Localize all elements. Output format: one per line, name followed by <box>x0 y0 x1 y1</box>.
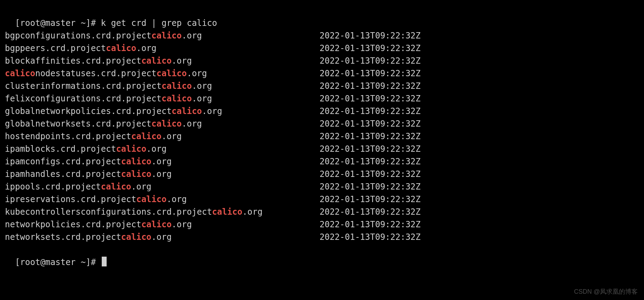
crd-name: bgppeers.crd.projectcalico.org <box>5 42 320 55</box>
crd-name: globalnetworkpolicies.crd.projectcalico.… <box>5 105 320 117</box>
grep-match: calico <box>106 43 136 53</box>
crd-timestamp: 2022-01-13T09:22:32Z <box>320 105 421 117</box>
output-row: networkpolicies.crd.projectcalico.org202… <box>5 218 639 231</box>
output-row: ipamblocks.crd.projectcalico.org2022-01-… <box>5 143 639 155</box>
crd-timestamp: 2022-01-13T09:22:32Z <box>320 143 421 155</box>
crd-timestamp: 2022-01-13T09:22:32Z <box>320 67 421 80</box>
crd-name: ipamconfigs.crd.projectcalico.org <box>5 155 320 168</box>
grep-match: calico <box>136 194 167 204</box>
grep-match: calico <box>121 232 151 242</box>
crd-timestamp: 2022-01-13T09:22:32Z <box>320 180 421 193</box>
crd-name: blockaffinities.crd.projectcalico.org <box>5 55 320 67</box>
shell-command: k get crd | grep calico <box>101 18 217 28</box>
grep-match: calico <box>162 94 192 103</box>
crd-name: kubecontrollersconfigurations.crd.projec… <box>5 206 320 218</box>
crd-name: ipamhandles.crd.projectcalico.org <box>5 168 320 180</box>
crd-name: ipamblocks.crd.projectcalico.org <box>5 143 320 155</box>
output-row: globalnetworksets.crd.projectcalico.org2… <box>5 117 639 130</box>
command-line: [root@master ~]# k get crd | grep calico <box>5 4 639 29</box>
output-row: felixconfigurations.crd.projectcalico.or… <box>5 92 639 105</box>
crd-timestamp: 2022-01-13T09:22:32Z <box>320 206 421 218</box>
crd-timestamp: 2022-01-13T09:22:32Z <box>320 155 421 168</box>
grep-match: calico <box>131 131 162 141</box>
output-row: caliconodestatuses.crd.projectcalico.org… <box>5 67 639 80</box>
crd-name: bgpconfigurations.crd.projectcalico.org <box>5 29 320 42</box>
crd-timestamp: 2022-01-13T09:22:32Z <box>320 92 421 105</box>
grep-match: calico <box>121 169 151 179</box>
output-row: bgpconfigurations.crd.projectcalico.org2… <box>5 29 639 42</box>
grep-match: calico <box>162 81 192 91</box>
crd-name: globalnetworksets.crd.projectcalico.org <box>5 117 320 130</box>
crd-timestamp: 2022-01-13T09:22:32Z <box>320 168 421 180</box>
crd-name: clusterinformations.crd.projectcalico.or… <box>5 80 320 92</box>
grep-match: calico <box>212 207 242 217</box>
crd-timestamp: 2022-01-13T09:22:32Z <box>320 42 421 55</box>
crd-name: ipreservations.crd.projectcalico.org <box>5 193 320 206</box>
output-row: ipamconfigs.crd.projectcalico.org2022-01… <box>5 155 639 168</box>
grep-match: calico <box>121 157 151 166</box>
output-row: bgppeers.crd.projectcalico.org2022-01-13… <box>5 42 639 55</box>
grep-match: calico <box>172 106 202 116</box>
grep-match: calico <box>5 69 35 78</box>
crd-name: caliconodestatuses.crd.projectcalico.org <box>5 67 320 80</box>
output-row: networksets.crd.projectcalico.org2022-01… <box>5 231 639 243</box>
grep-match: calico <box>156 69 187 78</box>
crd-timestamp: 2022-01-13T09:22:32Z <box>320 80 421 92</box>
grep-match: calico <box>151 31 182 41</box>
command-output: bgpconfigurations.crd.projectcalico.org2… <box>5 29 639 243</box>
shell-prompt: [root@master ~]# <box>15 18 101 28</box>
crd-timestamp: 2022-01-13T09:22:32Z <box>320 218 421 231</box>
grep-match: calico <box>151 119 182 129</box>
crd-name: felixconfigurations.crd.projectcalico.or… <box>5 92 320 105</box>
output-row: globalnetworkpolicies.crd.projectcalico.… <box>5 105 639 117</box>
crd-timestamp: 2022-01-13T09:22:32Z <box>320 130 421 143</box>
crd-name: networkpolicies.crd.projectcalico.org <box>5 218 320 231</box>
output-row: hostendpoints.crd.projectcalico.org2022-… <box>5 130 639 143</box>
output-row: ippools.crd.projectcalico.org2022-01-13T… <box>5 180 639 193</box>
cursor-icon <box>102 257 107 266</box>
next-prompt-line[interactable]: [root@master ~]# <box>5 243 639 269</box>
output-row: blockaffinities.crd.projectcalico.org202… <box>5 55 639 67</box>
shell-prompt: [root@master ~]# <box>15 257 101 267</box>
crd-timestamp: 2022-01-13T09:22:32Z <box>320 193 421 206</box>
grep-match: calico <box>101 182 131 192</box>
output-row: kubecontrollersconfigurations.crd.projec… <box>5 206 639 218</box>
crd-name: hostendpoints.crd.projectcalico.org <box>5 130 320 143</box>
crd-timestamp: 2022-01-13T09:22:32Z <box>320 231 421 243</box>
crd-timestamp: 2022-01-13T09:22:32Z <box>320 29 421 42</box>
crd-timestamp: 2022-01-13T09:22:32Z <box>320 117 421 130</box>
crd-name: networksets.crd.projectcalico.org <box>5 231 320 243</box>
output-row: ipreservations.crd.projectcalico.org2022… <box>5 193 639 206</box>
output-row: clusterinformations.crd.projectcalico.or… <box>5 80 639 92</box>
output-row: ipamhandles.crd.projectcalico.org2022-01… <box>5 168 639 180</box>
watermark-text: CSDN @凤求凰的博客 <box>574 287 638 297</box>
crd-name: ippools.crd.projectcalico.org <box>5 180 320 193</box>
grep-match: calico <box>141 56 172 66</box>
grep-match: calico <box>116 144 146 154</box>
grep-match: calico <box>141 220 172 229</box>
crd-timestamp: 2022-01-13T09:22:32Z <box>320 55 421 67</box>
